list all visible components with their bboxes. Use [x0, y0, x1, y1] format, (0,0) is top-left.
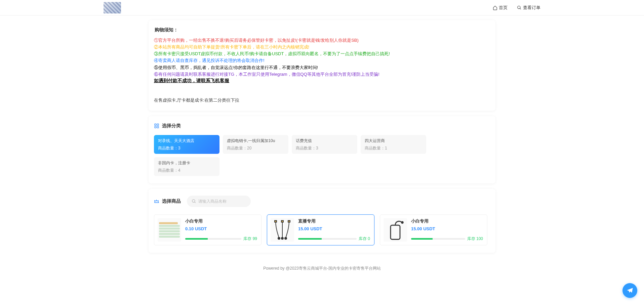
svg-point-6	[192, 200, 195, 202]
category-count: 商品数量：4	[158, 168, 215, 173]
svg-point-9	[281, 237, 283, 239]
stock-progress	[185, 238, 241, 240]
category-count: 商品数量：3	[296, 145, 353, 151]
product-thumb	[384, 218, 407, 242]
stock-label: 库存 0	[359, 236, 370, 242]
product-name: 直播专用	[298, 218, 370, 224]
notice-line: ③所有卡密只接受USDT虚拟币付款，不收人民币!购卡请自备USDT，虚拟币双向匿…	[154, 50, 490, 57]
notice-line: ②本站所有商品均可自助下单提货!所有卡密下单后，请在三小时内之内核销完成!	[154, 44, 490, 50]
notice-line: ④寄卖商人请自查库存，遇见投诉不处理的将会取消合作!	[154, 57, 490, 64]
svg-point-8	[278, 237, 280, 239]
product-price: 15.00 USDT	[411, 226, 483, 231]
notice-line: ⑥有任何问题请及时联系客服进行对接TG，本工作室只使用Telegram，微信QQ…	[154, 71, 490, 78]
nav-home[interactable]: 首页	[493, 5, 508, 11]
category-count: 商品数量：3	[158, 145, 215, 151]
notice-contact-line: 如遇到付款不成功，请联系飞机客服	[154, 78, 490, 84]
product-thumb	[158, 218, 181, 242]
page-footer: Powered by @2023寄售云商城平台-国内专业的卡密寄售平台网站	[0, 258, 644, 281]
search-icon	[517, 5, 522, 10]
category-item[interactable]: 非国内卡，注册卡商品数量：4	[154, 157, 219, 176]
svg-line-1	[520, 8, 521, 9]
nav-orders-label: 查看订单	[523, 5, 540, 11]
category-item[interactable]: 话费充值商品数量：3	[292, 135, 357, 154]
product-header: 选择商品	[162, 198, 181, 204]
product-thumb	[271, 218, 294, 242]
notice-line: ⑤使用假币、黑币，捣乱者，自觉滚远点!你的套路在这里行不通，不要浪费大家时间!	[154, 64, 490, 71]
category-title: 话费充值	[296, 138, 353, 143]
category-count: 商品数量：20	[227, 145, 284, 151]
product-name: 小白专用	[185, 218, 257, 224]
svg-rect-5	[157, 126, 159, 128]
svg-rect-13	[288, 220, 290, 222]
svg-point-10	[285, 237, 287, 239]
stock-label: 库存 100	[467, 236, 483, 242]
svg-rect-12	[281, 220, 283, 222]
product-card: 选择商品 小白专用0.10 USDT库存 99直播专用15.00 USDT库存 …	[149, 189, 495, 253]
svg-rect-11	[275, 220, 277, 222]
product-search-input[interactable]	[198, 199, 246, 204]
product-item[interactable]: 直播专用15.00 USDT库存 0	[267, 214, 374, 245]
product-name: 小白专用	[411, 218, 483, 224]
category-item[interactable]: 对录线、天天大酒店商品数量：3	[154, 135, 219, 154]
category-count: 商品数量：1	[365, 145, 422, 151]
notice-card: 购物须知： ①官方平台所购，一经出售不换不退!购买后请务必保管好卡密，以免扯皮!…	[149, 20, 495, 111]
category-title: 对录线、天天大酒店	[158, 138, 215, 143]
svg-line-7	[195, 202, 196, 203]
product-price: 0.10 USDT	[185, 226, 257, 231]
product-price: 15.00 USDT	[298, 226, 370, 231]
category-card: 选择分类 对录线、天天大酒店商品数量：3虚拟电销卡,一线归属加10u商品数量：2…	[149, 116, 495, 183]
product-item[interactable]: 小白专用15.00 USDT库存 100	[380, 214, 487, 245]
top-header: 首页 查看订单	[0, 0, 644, 15]
stock-label: 库存 99	[243, 236, 257, 242]
stock-progress	[298, 238, 357, 240]
nav-orders[interactable]: 查看订单	[517, 5, 540, 11]
category-header: 选择分类	[162, 123, 181, 129]
nav-home-label: 首页	[499, 5, 508, 11]
crown-icon	[154, 199, 159, 204]
notice-sub-line: 在售虚拟卡,厅卡都是成卡:在第二分类往下拉	[154, 97, 490, 103]
category-title: 虚拟电销卡,一线归属加10u	[227, 138, 284, 143]
product-search-box[interactable]	[187, 196, 251, 207]
home-icon	[493, 5, 497, 10]
site-logo[interactable]	[104, 2, 121, 13]
category-title: 四大运营商	[365, 138, 422, 143]
svg-rect-3	[157, 124, 159, 126]
category-item[interactable]: 四大运营商商品数量：1	[361, 135, 426, 154]
grid-icon	[154, 123, 159, 129]
search-input-icon	[192, 199, 196, 204]
svg-point-0	[518, 6, 520, 8]
svg-rect-4	[155, 126, 156, 128]
svg-rect-2	[155, 124, 156, 126]
notice-title: 购物须知：	[154, 27, 490, 33]
category-title: 非国内卡，注册卡	[158, 161, 215, 166]
notice-line: ①官方平台所购，一经出售不换不退!购买后请务必保管好卡密，以免扯皮!(卡密就是钱…	[154, 37, 490, 44]
svg-rect-14	[391, 225, 400, 239]
product-item[interactable]: 小白专用0.10 USDT库存 99	[154, 214, 261, 245]
category-item[interactable]: 虚拟电销卡,一线归属加10u商品数量：20	[223, 135, 288, 154]
stock-progress	[411, 238, 465, 240]
svg-point-15	[402, 222, 403, 223]
